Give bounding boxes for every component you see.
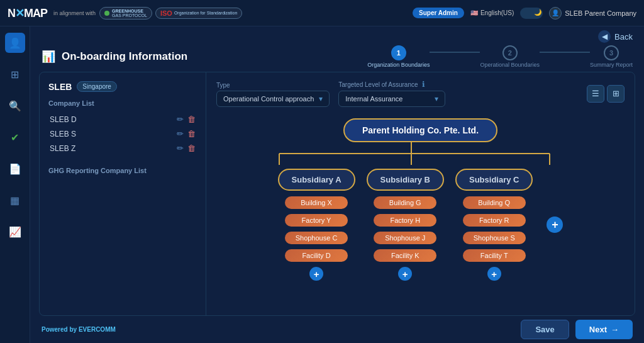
user-profile[interactable]: 👤 SLEB Parent Company bbox=[549, 7, 636, 20]
child-node[interactable]: Building G bbox=[374, 196, 436, 209]
child-node[interactable]: Facility K bbox=[374, 249, 436, 262]
ghg-title: GHG Reporting Company List bbox=[48, 167, 197, 174]
entity-header: SLEB Singapore bbox=[48, 81, 197, 92]
footer-bar: Powered by EVERCOMM Save Next → bbox=[30, 316, 644, 343]
type-value: Operational Control approach bbox=[223, 95, 314, 103]
company-list-title: Company List bbox=[48, 99, 197, 107]
sidebar-item-grid[interactable]: ⊞ bbox=[5, 64, 25, 84]
company-actions: ✏ 🗑 bbox=[177, 143, 196, 153]
delete-icon[interactable]: 🗑 bbox=[187, 143, 196, 153]
back-bar: ◀ Back bbox=[30, 26, 644, 43]
list-item: SLEB Z ✏ 🗑 bbox=[48, 141, 197, 155]
controls-row: Type Operational Control approach ▾ Targ… bbox=[216, 80, 625, 107]
company-name: SLEB S bbox=[50, 130, 76, 138]
right-panel: Type Operational Control approach ▾ Targ… bbox=[206, 72, 635, 315]
step-line-2 bbox=[540, 52, 590, 53]
sidebar-item-search[interactable]: 🔍 bbox=[5, 96, 25, 116]
back-button[interactable]: ◀ Back bbox=[598, 30, 633, 43]
page-header: 📊 On-boarding Information 1 Organization… bbox=[30, 43, 644, 72]
page-title: 📊 On-boarding Information bbox=[42, 50, 187, 64]
edit-icon[interactable]: ✏ bbox=[177, 143, 184, 153]
subsidiary-b-node[interactable]: Subsidiary B bbox=[367, 169, 444, 191]
org-chart-container: Parent Holding Co. Pte. Ltd. Subsidiary … bbox=[216, 116, 625, 308]
assurance-field-group: Targeted Level of Assurance ℹ Internal A… bbox=[338, 80, 445, 107]
ghg-badge-line1: GREENHOUSE bbox=[112, 9, 147, 13]
next-arrow-icon: → bbox=[611, 325, 619, 334]
child-node[interactable]: Factory R bbox=[463, 214, 526, 227]
step-line-1 bbox=[430, 52, 480, 53]
iso-subtext: Organization for Standardization bbox=[174, 11, 237, 15]
type-select[interactable]: Operational Control approach ▾ bbox=[216, 91, 330, 107]
company-actions: ✏ 🗑 bbox=[177, 129, 196, 138]
back-circle-icon: ◀ bbox=[598, 30, 611, 43]
subsidiary-col-c: Subsidiary C Building Q Factory R Shopho… bbox=[455, 169, 533, 281]
back-label: Back bbox=[614, 32, 633, 42]
user-name-label: SLEB Parent Company bbox=[565, 9, 636, 17]
child-node[interactable]: Facility D bbox=[285, 249, 348, 262]
subsidiary-c-children: Building Q Factory R Shophouse S Facilit… bbox=[463, 194, 526, 281]
top-navigation: N✕MAP in alignment with GREENHOUSE GAS P… bbox=[0, 0, 644, 26]
alignment-text: in alignment with bbox=[53, 10, 96, 16]
sidebar-item-line-chart[interactable]: 📈 bbox=[5, 222, 25, 242]
add-child-c-button[interactable]: + bbox=[487, 267, 501, 281]
type-field-group: Type Operational Control approach ▾ bbox=[216, 82, 330, 107]
add-child-a-button[interactable]: + bbox=[309, 267, 323, 281]
subsidiary-c-node[interactable]: Subsidiary C bbox=[455, 169, 533, 191]
org-wrapper: Parent Holding Co. Pte. Ltd. Subsidiary … bbox=[216, 116, 625, 308]
main-content: ◀ Back 📊 On-boarding Information 1 Organ… bbox=[30, 26, 644, 343]
ghg-section: GHG Reporting Company List bbox=[48, 167, 197, 174]
save-button[interactable]: Save bbox=[521, 320, 569, 339]
sidebar-item-check[interactable]: ✔ bbox=[5, 127, 25, 147]
sidebar-item-doc[interactable]: 📄 bbox=[5, 159, 25, 179]
entity-tag: Singapore bbox=[77, 81, 117, 92]
subsidiaries-row: Subsidiary A Building X Factory Y Shopho… bbox=[278, 169, 564, 281]
add-subsidiary-button[interactable]: + bbox=[547, 216, 563, 233]
company-name: SLEB D bbox=[50, 115, 77, 124]
content-area: SLEB Singapore Company List SLEB D ✏ 🗑 S… bbox=[39, 72, 635, 316]
child-node[interactable]: Shophouse J bbox=[374, 232, 436, 244]
tree-view-icon[interactable]: ⊞ bbox=[607, 85, 625, 103]
iso-badge: ISO Organization for Standardization bbox=[155, 8, 242, 19]
super-admin-badge: Super Admin bbox=[413, 8, 464, 18]
page-title-icon: 📊 bbox=[42, 50, 55, 64]
child-node[interactable]: Facility T bbox=[463, 249, 526, 262]
user-avatar-icon: 👤 bbox=[549, 7, 562, 20]
sidebar: 👤 ⊞ 🔍 ✔ 📄 ▦ 📈 bbox=[0, 26, 30, 343]
subsidiary-b-children: Building G Factory H Shophouse J Facilit… bbox=[374, 194, 436, 281]
sidebar-item-user[interactable]: 👤 bbox=[5, 33, 25, 53]
assurance-info-icon[interactable]: ℹ bbox=[422, 80, 425, 89]
assurance-select[interactable]: Internal Assurance ▾ bbox=[338, 91, 445, 107]
delete-icon[interactable]: 🗑 bbox=[187, 129, 196, 138]
ghg-badge: GREENHOUSE GAS PROTOCOL bbox=[99, 7, 152, 20]
list-view-icon[interactable]: ☰ bbox=[587, 85, 604, 103]
theme-toggle[interactable] bbox=[520, 8, 543, 19]
view-toggle-icons: ☰ ⊞ bbox=[587, 85, 625, 103]
logo[interactable]: N✕MAP bbox=[8, 6, 47, 20]
sidebar-item-bar-chart[interactable]: ▦ bbox=[5, 190, 25, 210]
edit-icon[interactable]: ✏ bbox=[177, 115, 184, 124]
add-child-b-button[interactable]: + bbox=[398, 267, 412, 281]
step-2-label: Operational Boundaries bbox=[480, 62, 540, 68]
entity-name: SLEB bbox=[48, 82, 72, 92]
parent-node[interactable]: Parent Holding Co. Pte. Ltd. bbox=[343, 118, 497, 142]
language-selector[interactable]: 🇺🇸 English(US) bbox=[470, 9, 514, 16]
child-node[interactable]: Factory H bbox=[374, 214, 436, 227]
step-3[interactable]: 3 Summary Report bbox=[590, 45, 633, 68]
step-1[interactable]: 1 Organization Boundaries bbox=[367, 45, 430, 68]
ghg-badge-line2: GAS PROTOCOL bbox=[112, 13, 147, 18]
child-node[interactable]: Shophouse C bbox=[285, 232, 348, 244]
list-item: SLEB S ✏ 🗑 bbox=[48, 127, 197, 141]
assurance-value: Internal Assurance bbox=[345, 95, 402, 103]
next-button[interactable]: Next → bbox=[575, 320, 633, 339]
step-2[interactable]: 2 Operational Boundaries bbox=[480, 45, 540, 68]
edit-icon[interactable]: ✏ bbox=[177, 129, 184, 138]
child-node[interactable]: Shophouse S bbox=[463, 232, 526, 244]
subsidiary-a-node[interactable]: Subsidiary A bbox=[278, 169, 355, 191]
subsidiary-col-b: Subsidiary B Building G Factory H Shopho… bbox=[367, 169, 444, 281]
child-node[interactable]: Building X bbox=[285, 196, 348, 209]
delete-icon[interactable]: 🗑 bbox=[187, 115, 196, 124]
flag-icon: 🇺🇸 bbox=[470, 9, 478, 16]
step-3-label: Summary Report bbox=[590, 62, 633, 68]
child-node[interactable]: Factory Y bbox=[285, 214, 348, 227]
child-node[interactable]: Building Q bbox=[463, 196, 526, 209]
